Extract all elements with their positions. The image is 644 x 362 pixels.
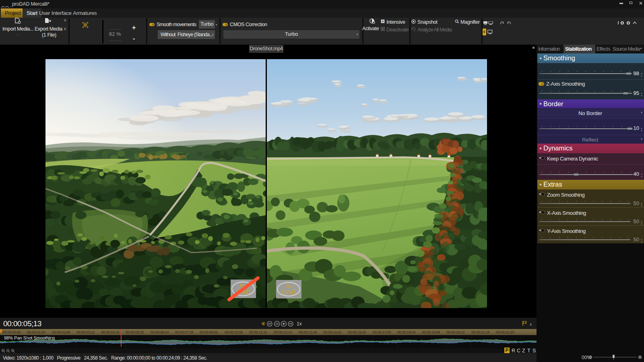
svg-text:Pro: Pro (285, 283, 292, 289)
svg-text:DAD: DAD (282, 289, 296, 296)
svg-text:1x: 1x (297, 321, 302, 327)
